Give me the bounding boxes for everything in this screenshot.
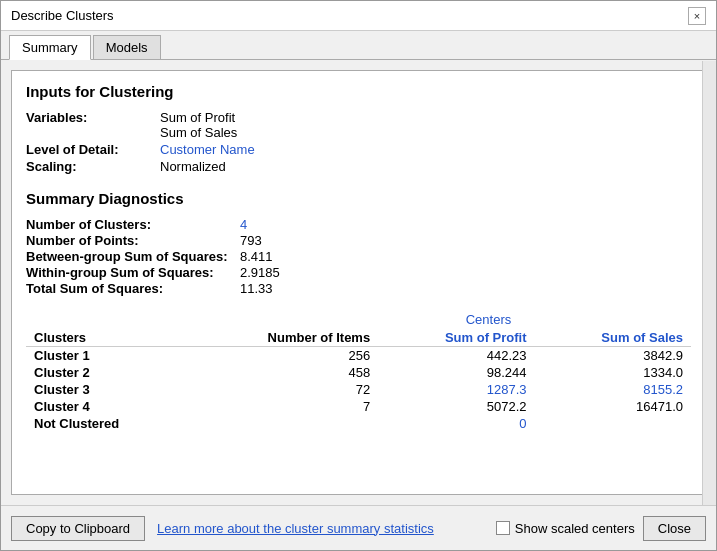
inputs-section-title: Inputs for Clustering	[26, 83, 691, 100]
scaling-label: Scaling:	[26, 159, 156, 174]
col-clusters: Clusters	[26, 329, 188, 347]
diag-clusters-value: 4	[240, 217, 691, 232]
scaling-value: Normalized	[160, 159, 691, 174]
col-sales: Sum of Sales	[535, 329, 691, 347]
row3-items: 72	[188, 381, 378, 398]
row4-profit: 5072.2	[378, 398, 534, 415]
variable-2: Sum of Sales	[160, 125, 691, 140]
diag-between-value: 8.411	[240, 249, 691, 264]
row5-cluster: Not Clustered	[26, 415, 188, 432]
dialog: Describe Clusters × Summary Models Input…	[0, 0, 717, 551]
show-scaled-checkbox[interactable]	[496, 521, 510, 535]
level-label: Level of Detail:	[26, 142, 156, 157]
footer-right: Show scaled centers Close	[496, 516, 706, 541]
footer-left: Copy to Clipboard Learn more about the c…	[11, 516, 434, 541]
col-items: Number of Items	[188, 329, 378, 347]
title-bar: Describe Clusters ×	[1, 1, 716, 31]
diag-between-label: Between-group Sum of Squares:	[26, 249, 236, 264]
row5-sales	[535, 415, 691, 432]
row4-cluster: Cluster 4	[26, 398, 188, 415]
variable-1: Sum of Profit	[160, 110, 691, 125]
row3-sales: 8155.2	[535, 381, 691, 398]
row1-items: 256	[188, 347, 378, 365]
close-icon[interactable]: ×	[688, 7, 706, 25]
row1-profit: 442.23	[378, 347, 534, 365]
row2-sales: 1334.0	[535, 364, 691, 381]
table-row: Cluster 3 72 1287.3 8155.2	[26, 381, 691, 398]
tab-summary[interactable]: Summary	[9, 35, 91, 60]
diagnostics-grid: Number of Clusters: 4 Number of Points: …	[26, 217, 691, 296]
row3-profit: 1287.3	[378, 381, 534, 398]
diag-clusters-label: Number of Clusters:	[26, 217, 236, 232]
row2-profit: 98.244	[378, 364, 534, 381]
show-scaled-label: Show scaled centers	[515, 521, 635, 536]
inputs-grid: Variables: Sum of Profit Sum of Sales Le…	[26, 110, 691, 174]
row4-sales: 16471.0	[535, 398, 691, 415]
row3-cluster: Cluster 3	[26, 381, 188, 398]
row1-sales: 3842.9	[535, 347, 691, 365]
footer-bar: Copy to Clipboard Learn more about the c…	[1, 505, 716, 550]
table-header-row: Clusters Number of Items Sum of Profit S…	[26, 329, 691, 347]
cluster-table: Clusters Number of Items Sum of Profit S…	[26, 329, 691, 432]
variables-values: Sum of Profit Sum of Sales	[160, 110, 691, 140]
dialog-title: Describe Clusters	[11, 8, 114, 23]
copy-clipboard-button[interactable]: Copy to Clipboard	[11, 516, 145, 541]
show-scaled-container: Show scaled centers	[496, 521, 635, 536]
row1-cluster: Cluster 1	[26, 347, 188, 365]
row4-items: 7	[188, 398, 378, 415]
variables-label: Variables:	[26, 110, 156, 140]
main-box: Inputs for Clustering Variables: Sum of …	[11, 70, 706, 495]
col-profit: Sum of Profit	[378, 329, 534, 347]
table-row: Not Clustered 0	[26, 415, 691, 432]
row5-items	[188, 415, 378, 432]
learn-more-link[interactable]: Learn more about the cluster summary sta…	[157, 521, 434, 536]
level-value: Customer Name	[160, 142, 691, 157]
row2-items: 458	[188, 364, 378, 381]
table-row: Cluster 2 458 98.244 1334.0	[26, 364, 691, 381]
row2-cluster: Cluster 2	[26, 364, 188, 381]
table-row: Cluster 1 256 442.23 3842.9	[26, 347, 691, 365]
tab-bar: Summary Models	[1, 31, 716, 60]
diagnostics-section-title: Summary Diagnostics	[26, 190, 691, 207]
tab-models[interactable]: Models	[93, 35, 161, 59]
diag-within-label: Within-group Sum of Squares:	[26, 265, 236, 280]
content-area: Inputs for Clustering Variables: Sum of …	[1, 60, 716, 505]
row5-profit: 0	[378, 415, 534, 432]
table-row: Cluster 4 7 5072.2 16471.0	[26, 398, 691, 415]
diag-points-value: 793	[240, 233, 691, 248]
diag-points-label: Number of Points:	[26, 233, 236, 248]
diag-total-value: 11.33	[240, 281, 691, 296]
cluster-table-wrapper: Centers Clusters Number of Items Sum of …	[26, 312, 691, 432]
scrollbar[interactable]	[702, 61, 716, 505]
diag-total-label: Total Sum of Squares:	[26, 281, 236, 296]
close-button[interactable]: Close	[643, 516, 706, 541]
centers-header: Centers	[286, 312, 691, 327]
diag-within-value: 2.9185	[240, 265, 691, 280]
